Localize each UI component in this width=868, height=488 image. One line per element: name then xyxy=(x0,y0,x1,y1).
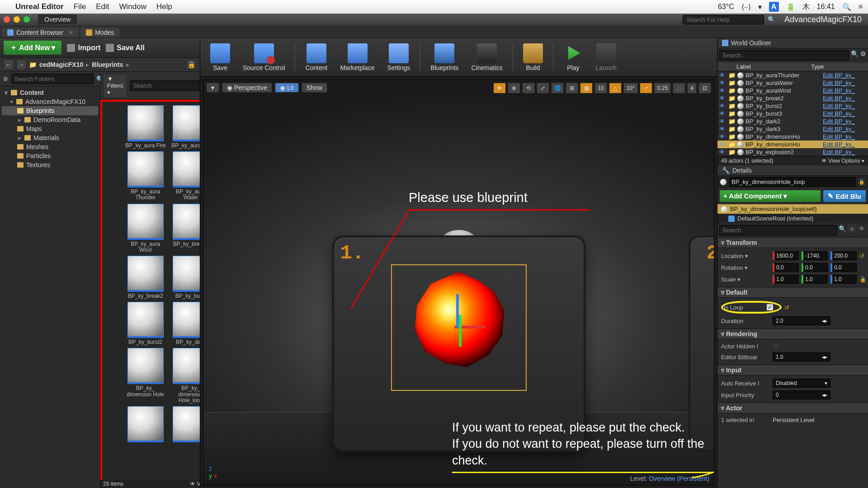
wifi-icon[interactable]: ▾ xyxy=(758,3,762,11)
section-actor[interactable]: ▿ Actor xyxy=(717,403,868,413)
breadcrumb-root[interactable]: cedMagicFX10 xyxy=(39,61,83,68)
edit-blueprint-button[interactable]: ✎ Edit Blu xyxy=(823,190,866,202)
property-matrix-icon[interactable]: ⊞ xyxy=(848,225,855,232)
toggle-sources-icon[interactable]: ⚞ xyxy=(3,75,9,83)
add-new-button[interactable]: ＋ Add New ▾ xyxy=(4,41,61,55)
outliner-row[interactable]: 👁📁BP_ky_dimensionHoEdit BP_ky_ xyxy=(717,133,868,141)
viewport[interactable]: ▾ ◉ Perspective ◉ Lit Show ✥ ⊕ ⟲ ⤢ 🌐 ⊞ ▦… xyxy=(203,80,714,485)
eye-icon[interactable]: 👁 xyxy=(857,225,866,232)
isloop-checkbox[interactable]: ✓ xyxy=(766,304,774,311)
edit-bp-link[interactable]: Edit BP_ky_ xyxy=(823,87,866,94)
nav-fwd-button[interactable]: → xyxy=(16,60,26,70)
camera-speed-value[interactable]: 4 xyxy=(687,83,697,94)
asset-item[interactable]: BP_ky_aura Ice xyxy=(170,105,200,149)
viewport-scene[interactable]: 1. 2 zy x Level: Overview (Persistent) P… xyxy=(203,80,714,485)
add-component-button[interactable]: + Add Component ▾ xyxy=(720,190,821,202)
nav-back-button[interactable]: ← xyxy=(4,60,14,70)
angle-snap-value[interactable]: 10° xyxy=(623,83,638,94)
perspective-button[interactable]: ◉ Perspective xyxy=(222,83,272,93)
airdrop-icon[interactable]: ⟨··⟩ xyxy=(741,3,751,11)
outliner-row[interactable]: 👁📁BP_ky_auraWindEdit BP_ky_ xyxy=(717,87,868,94)
reset-icon[interactable]: ↺ xyxy=(859,253,864,259)
tree-maps[interactable]: Maps xyxy=(2,124,98,133)
asset-item[interactable]: BP_ky_aura Fire xyxy=(125,105,166,149)
scale-z[interactable] xyxy=(830,275,857,284)
rotation-z[interactable] xyxy=(830,263,857,272)
scale-mode-button[interactable]: ⤢ xyxy=(537,83,549,94)
tab-world-outliner[interactable]: World Outliner xyxy=(717,38,868,48)
reset-icon[interactable]: ↺ xyxy=(784,304,789,311)
search-icon[interactable]: 🔍 xyxy=(851,50,859,61)
details-search-input[interactable] xyxy=(719,225,837,235)
tree-materials[interactable]: ▸Materials xyxy=(2,133,98,142)
outliner-row[interactable]: 👁📁BP_ky_dark2Edit BP_ky_ xyxy=(717,117,868,125)
spotlight-icon[interactable]: 🔍 xyxy=(842,3,851,11)
asset-item[interactable]: BP_ky_ dimension Hole_loop xyxy=(170,348,200,404)
scale-y[interactable] xyxy=(802,275,828,284)
asset-item[interactable]: BP_ky_aura Wind xyxy=(125,204,166,253)
build-button[interactable]: Build xyxy=(519,43,547,71)
translate-mode-button[interactable]: ⊕ xyxy=(508,83,520,94)
tree-pack[interactable]: ▾AdvancedMagicFX10 xyxy=(2,97,98,106)
menu-window[interactable]: Window xyxy=(119,2,146,11)
source-control-button[interactable]: Source Control xyxy=(238,43,289,71)
menu-help[interactable]: Help xyxy=(156,2,172,11)
maximize-viewport-button[interactable]: ⊡ xyxy=(698,83,711,94)
asset-item[interactable]: BP_ky_break1 xyxy=(170,204,200,253)
visibility-icon[interactable]: 👁 xyxy=(719,80,726,86)
asset-item[interactable]: BP_ky_aura Thunder xyxy=(125,151,166,201)
menu-file[interactable]: File xyxy=(74,2,86,11)
menu-extras-icon[interactable]: ≡ xyxy=(859,3,863,11)
outliner-row[interactable]: 👁📁BP_ky_auraThunderEdit BP_ky_ xyxy=(717,71,868,79)
close-icon[interactable]: ✕ xyxy=(69,29,73,36)
lit-button[interactable]: ◉ Lit xyxy=(275,83,299,93)
location-z[interactable] xyxy=(830,251,857,260)
show-button[interactable]: Show xyxy=(302,83,327,93)
settings-button[interactable]: Settings xyxy=(383,43,415,71)
filter-icon[interactable]: ⚙ xyxy=(860,50,866,61)
section-rendering[interactable]: ▿ Rendering xyxy=(717,328,868,339)
tab-content-browser[interactable]: Content Browser✕ xyxy=(2,28,79,38)
content-button[interactable]: Content xyxy=(301,43,332,71)
save-button[interactable]: Save xyxy=(206,43,235,71)
tab-modes[interactable]: Modes xyxy=(80,28,119,38)
edit-bp-link[interactable]: Edit BP_ky_ xyxy=(823,126,866,132)
view-options-button[interactable]: 👁 View Options ▾ xyxy=(190,481,200,487)
edit-bp-link[interactable]: Edit BP_ky_ xyxy=(823,80,866,86)
rotation-x[interactable] xyxy=(773,263,799,272)
traffic-lights[interactable] xyxy=(4,16,30,23)
outliner-col-label[interactable]: Label xyxy=(736,63,811,70)
outliner-row[interactable]: 👁📁BP_ky_auraWaterEdit BP_ky_ xyxy=(717,79,868,87)
tree-content[interactable]: ▾Content xyxy=(2,88,98,97)
asset-item[interactable]: BP_ky_aura Water xyxy=(170,151,200,201)
edit-bp-link[interactable]: Edit BP_ky_ xyxy=(823,110,866,117)
outliner-row[interactable]: 👁📁BP_ky_dimensionHoEdit BP_ky_ xyxy=(717,141,868,148)
scale-x[interactable] xyxy=(773,275,799,284)
lock-icon[interactable]: 🔒 xyxy=(858,178,865,186)
help-search-icon[interactable]: 🔍 xyxy=(768,16,775,23)
tree-meshes[interactable]: Meshes xyxy=(2,142,98,151)
visibility-icon[interactable]: 👁 xyxy=(719,141,726,148)
outliner-row[interactable]: 👁📁BP_ky_burst3Edit BP_ky_ xyxy=(717,110,868,117)
lock-icon[interactable]: 🔒 xyxy=(186,60,196,70)
breadcrumb-folder[interactable]: Blueprints xyxy=(92,61,123,68)
tree-demoroom[interactable]: ▸DemoRoomData xyxy=(2,115,98,124)
actor-name-input[interactable] xyxy=(729,177,855,187)
launch-button[interactable]: Launch xyxy=(591,43,621,71)
edit-bp-link[interactable]: Edit BP_ky_ xyxy=(823,72,866,79)
outliner-view-options[interactable]: 👁 View Options ▾ xyxy=(821,158,864,164)
menu-edit[interactable]: Edit xyxy=(96,2,109,11)
level-tab[interactable]: Overview xyxy=(38,14,77,24)
outliner-row[interactable]: 👁📁BP_ky_dark3Edit BP_ky_ xyxy=(717,125,868,133)
asset-item[interactable]: BP_ky_dark xyxy=(170,302,200,345)
viewport-menu-button[interactable]: ▾ xyxy=(206,83,219,93)
save-all-button[interactable]: Save All xyxy=(106,44,145,52)
edit-bp-link[interactable]: Edit BP_ky_ xyxy=(823,95,866,102)
tab-details[interactable]: 🔧Details xyxy=(717,165,868,176)
edit-bp-link[interactable]: Edit BP_ky_ xyxy=(823,118,866,125)
rotate-mode-button[interactable]: ⟲ xyxy=(522,83,535,94)
tree-particles[interactable]: Particles xyxy=(2,151,98,160)
cinematics-button[interactable]: Cinematics xyxy=(467,43,507,71)
rotation-y[interactable] xyxy=(802,263,828,272)
section-default[interactable]: ▿ Default xyxy=(717,287,868,298)
